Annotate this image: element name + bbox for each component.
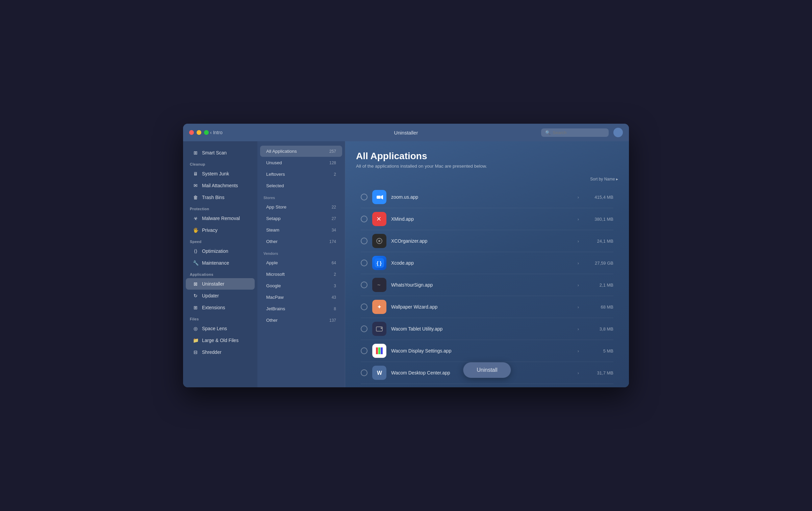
sidebar-item-label: Space Lens bbox=[202, 326, 227, 331]
sidebar-item-malware-removal[interactable]: ☣ Malware Removal bbox=[186, 213, 255, 224]
app-icon: ~ bbox=[372, 278, 386, 292]
sidebar-item-maintenance[interactable]: 🔧 Maintenance bbox=[186, 257, 255, 269]
app-name: zoom.us.app bbox=[391, 194, 573, 200]
filter-microsoft[interactable]: Microsoft 2 bbox=[260, 269, 342, 280]
filter-apple[interactable]: Apple 64 bbox=[260, 257, 342, 268]
search-bar[interactable]: 🔍 bbox=[541, 128, 609, 137]
search-input[interactable] bbox=[553, 130, 605, 135]
back-chevron-icon: ‹ bbox=[210, 130, 212, 135]
filter-steam[interactable]: Steam 34 bbox=[260, 224, 342, 236]
app-icon bbox=[372, 322, 386, 336]
app-size: 3,8 MB bbox=[586, 326, 613, 332]
vendors-section-label: Vendors bbox=[257, 247, 345, 257]
app-checkbox[interactable] bbox=[361, 260, 367, 266]
list-item[interactable]: XCOrganizer.app › 24,1 MB bbox=[356, 230, 618, 252]
sidebar-item-mail-attachments[interactable]: ✉ Mail Attachments bbox=[186, 180, 255, 191]
svg-rect-1 bbox=[377, 196, 381, 199]
sidebar-item-shredder[interactable]: ⊟ Shredder bbox=[186, 346, 255, 358]
sidebar-section-applications: Applications bbox=[183, 269, 257, 278]
filter-setapp[interactable]: Setapp 27 bbox=[260, 213, 342, 224]
list-item[interactable]: ~ WhatsYourSign.app › 2,1 MB bbox=[356, 274, 618, 296]
sidebar-item-label: Updater bbox=[202, 293, 219, 298]
filter-other-store[interactable]: Other 174 bbox=[260, 236, 342, 247]
sidebar-item-updater[interactable]: ↻ Updater bbox=[186, 290, 255, 301]
filter-app-store[interactable]: App Store 22 bbox=[260, 201, 342, 213]
sidebar-item-uninstaller[interactable]: ⊠ Uninstaller bbox=[186, 278, 255, 290]
list-item[interactable]: Wacom Display Settings.app › 5 MB bbox=[356, 340, 618, 362]
app-icon: ✦ bbox=[372, 300, 386, 314]
app-size: 5 MB bbox=[586, 348, 613, 354]
filter-count: 43 bbox=[332, 295, 336, 300]
app-checkbox[interactable] bbox=[361, 282, 367, 288]
svg-text:✦: ✦ bbox=[377, 304, 382, 310]
sidebar-item-smart-scan[interactable]: ⊞ Smart Scan bbox=[186, 147, 255, 159]
filter-macpaw[interactable]: MacPaw 43 bbox=[260, 292, 342, 303]
filter-label: App Store bbox=[266, 204, 286, 210]
filter-count: 64 bbox=[332, 261, 336, 265]
list-item[interactable]: ✕ XMind.app › 380,1 MB bbox=[356, 208, 618, 230]
sidebar-item-label: Optimization bbox=[202, 248, 228, 254]
app-name: XMind.app bbox=[391, 216, 573, 222]
app-list: zoom.us.app › 415,4 MB ✕ XMind.app › 380… bbox=[356, 186, 618, 387]
chevron-icon: › bbox=[578, 348, 579, 354]
app-checkbox[interactable] bbox=[361, 347, 367, 354]
filter-other-vendor[interactable]: Other 137 bbox=[260, 315, 342, 326]
list-item[interactable]: { } Xcode.app › 27,59 GB bbox=[356, 252, 618, 274]
sidebar-item-trash-bins[interactable]: 🗑 Trash Bins bbox=[186, 192, 255, 203]
minimize-button[interactable] bbox=[197, 130, 201, 135]
mail-icon: ✉ bbox=[193, 182, 199, 189]
page-subtitle: All of the applications installed on you… bbox=[356, 164, 618, 169]
filter-all-applications[interactable]: All Applications 257 bbox=[260, 146, 342, 157]
list-item[interactable]: zoom.us.app › 415,4 MB bbox=[356, 186, 618, 208]
sidebar-item-label: System Junk bbox=[202, 171, 229, 176]
uninstaller-icon: ⊠ bbox=[193, 281, 199, 287]
svg-text:W: W bbox=[377, 370, 382, 376]
filter-count: 128 bbox=[329, 161, 336, 165]
filter-panel: All Applications 257 Unused 128 Leftover… bbox=[257, 141, 345, 387]
sort-button[interactable]: Sort by Name ▸ bbox=[590, 177, 618, 181]
app-checkbox[interactable] bbox=[361, 194, 367, 200]
filter-count: 2 bbox=[334, 172, 336, 177]
back-button[interactable]: ‹ Intro bbox=[210, 130, 223, 135]
filter-label: Other bbox=[266, 239, 278, 244]
app-checkbox[interactable] bbox=[361, 325, 367, 332]
updater-icon: ↻ bbox=[193, 293, 199, 299]
app-checkbox[interactable] bbox=[361, 216, 367, 222]
uninstall-button[interactable]: Uninstall bbox=[463, 362, 511, 378]
sidebar-item-space-lens[interactable]: ◎ Space Lens bbox=[186, 323, 255, 334]
chevron-icon: › bbox=[578, 283, 579, 288]
filter-label: JetBrains bbox=[266, 306, 285, 311]
sidebar-item-large-old-files[interactable]: 📁 Large & Old Files bbox=[186, 335, 255, 346]
chevron-icon: › bbox=[578, 305, 579, 310]
filter-count: 27 bbox=[332, 216, 336, 221]
space-lens-icon: ◎ bbox=[193, 325, 199, 332]
filter-unused[interactable]: Unused 128 bbox=[260, 157, 342, 168]
sidebar-item-optimization[interactable]: ⟨⟩ Optimization bbox=[186, 245, 255, 257]
app-icon: ✕ bbox=[372, 212, 386, 226]
app-checkbox[interactable] bbox=[361, 238, 367, 244]
app-name: Wallpaper Wizard.app bbox=[391, 304, 573, 310]
list-item[interactable]: Vei...tility.app › 11,7 MB bbox=[356, 384, 618, 387]
filter-leftovers[interactable]: Leftovers 2 bbox=[260, 169, 342, 180]
list-item[interactable]: Wacom Tablet Utility.app › 3,8 MB bbox=[356, 318, 618, 340]
sidebar-item-system-junk[interactable]: 🖥 System Junk bbox=[186, 168, 255, 179]
filter-selected[interactable]: Selected bbox=[260, 180, 342, 191]
filter-google[interactable]: Google 3 bbox=[260, 280, 342, 291]
sidebar-item-privacy[interactable]: 🖐 Privacy bbox=[186, 224, 255, 236]
content-area: ⊞ Smart Scan Cleanup 🖥 System Junk ✉ Mai… bbox=[183, 141, 629, 387]
app-size: 31,7 MB bbox=[586, 370, 613, 375]
sidebar-item-extensions[interactable]: ⊞ Extensions bbox=[186, 302, 255, 313]
filter-jetbrains[interactable]: JetBrains 8 bbox=[260, 303, 342, 314]
close-button[interactable] bbox=[189, 130, 194, 135]
filter-label: Selected bbox=[266, 183, 284, 188]
list-item[interactable]: ✦ Wallpaper Wizard.app › 68 MB bbox=[356, 296, 618, 318]
sidebar-item-label: Privacy bbox=[202, 227, 218, 233]
app-checkbox[interactable] bbox=[361, 303, 367, 310]
filter-label: Microsoft bbox=[266, 272, 285, 277]
maximize-button[interactable] bbox=[204, 130, 209, 135]
app-checkbox[interactable] bbox=[361, 369, 367, 376]
svg-point-16 bbox=[381, 327, 382, 329]
large-files-icon: 📁 bbox=[193, 337, 199, 343]
filter-label: Steam bbox=[266, 227, 279, 233]
avatar[interactable] bbox=[613, 128, 623, 137]
